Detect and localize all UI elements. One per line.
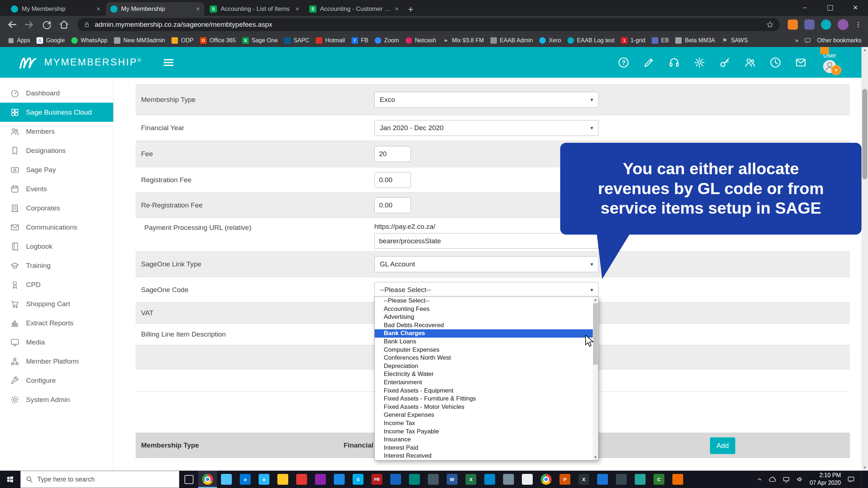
bookmark-item-sapc[interactable]: SAPC xyxy=(281,35,313,46)
taskbar-app-ie[interactable]: e xyxy=(255,471,273,488)
hamburger-menu-icon[interactable] xyxy=(162,56,175,69)
add-button[interactable]: Add xyxy=(710,437,735,454)
taskbar-clock[interactable]: 2:10 PM 07 Apr 2020 xyxy=(810,472,841,487)
dropdown-option[interactable]: Accounting Fees xyxy=(375,305,593,313)
tab-close-icon[interactable]: ✕ xyxy=(196,6,200,12)
bookmark-item-office-365[interactable]: OOffice 365 xyxy=(197,35,239,46)
tab-close-icon[interactable]: ✕ xyxy=(395,6,399,12)
taskbar-app-pastel[interactable]: PB xyxy=(367,471,386,488)
dropdown-option[interactable]: Electricity & Water xyxy=(375,370,593,378)
taskbar-app-edge[interactable]: e xyxy=(236,471,255,488)
show-desktop-button[interactable] xyxy=(861,471,865,488)
bookmark-item-hotmail[interactable]: Hotmail xyxy=(312,35,348,46)
taskbar-app-mail[interactable] xyxy=(330,471,349,488)
dropdown-option[interactable]: Interest Received xyxy=(375,452,593,460)
taskbar-app-explorer[interactable] xyxy=(273,471,292,488)
bookmark-item-eaab-admin[interactable]: EAAB Admin xyxy=(487,35,536,46)
dropdown-option[interactable]: Advertising xyxy=(375,313,593,321)
bookmark-item-odp[interactable]: ODP xyxy=(168,35,197,46)
back-button[interactable] xyxy=(6,19,18,30)
tab-close-icon[interactable]: ✕ xyxy=(96,6,101,12)
action-center-icon[interactable] xyxy=(847,475,855,483)
bookmark-item-mix-93-8-fm[interactable]: ioMix 93.8 FM xyxy=(439,35,487,46)
taskbar-app-app-slate[interactable] xyxy=(424,471,443,488)
bookmark-item-saws[interactable]: ⚑SAWS xyxy=(718,35,751,46)
input-re-registration-fee[interactable] xyxy=(374,197,411,213)
sidebar-item-media[interactable]: Media xyxy=(0,333,113,352)
start-button[interactable] xyxy=(0,471,20,488)
sidebar-item-designations[interactable]: Designations xyxy=(0,141,113,160)
browser-tab[interactable]: My Membership✕ xyxy=(106,2,204,16)
browser-tab[interactable]: SAccounting - Customer Zone✕ xyxy=(305,2,403,16)
user-avatar[interactable]: ▾ xyxy=(823,60,836,73)
page-scrollbar-thumb[interactable] xyxy=(862,89,867,179)
bookmark-item-apps[interactable]: ▦Apps xyxy=(4,35,33,46)
other-bookmarks[interactable]: Other bookmarks xyxy=(817,37,861,44)
taskbar-app-app-blue[interactable] xyxy=(386,471,405,488)
extension-icon[interactable] xyxy=(804,20,814,30)
scroll-down-arrow-icon[interactable]: ▼ xyxy=(861,465,868,471)
dropdown-scroll-down-icon[interactable]: ▼ xyxy=(593,454,598,460)
browser-tab[interactable]: My Membership✕ xyxy=(7,2,105,16)
dropdown-option[interactable]: Insurance xyxy=(375,436,593,444)
dropdown-scrollbar[interactable]: ▲ ▼ xyxy=(593,297,598,460)
select-membership-type[interactable]: Exco▾ xyxy=(374,92,599,108)
extension-icon[interactable] xyxy=(788,20,798,30)
sidebar-item-corporates[interactable]: Corporates xyxy=(0,198,113,218)
dropdown-option[interactable]: Bank Loans xyxy=(375,338,593,346)
dropdown-option[interactable]: Depreciation xyxy=(375,362,593,371)
sidebar-item-dashboard[interactable]: Dashboard xyxy=(0,84,113,103)
sidebar-item-communications[interactable]: Communications xyxy=(0,218,113,237)
taskbar-app-app-red[interactable] xyxy=(292,471,311,488)
new-tab-button[interactable]: + xyxy=(408,4,413,14)
bookmark-item-beta-mm3a[interactable]: Beta MM3A xyxy=(672,35,718,46)
dropdown-option[interactable]: Conferences North West xyxy=(375,354,593,362)
dropdown-option[interactable]: Income Tax Payable xyxy=(375,428,593,436)
taskbar-app-task-view[interactable] xyxy=(179,471,198,488)
sidebar-item-member-platform[interactable]: Member Platform xyxy=(0,352,113,371)
window-maximize-button[interactable] xyxy=(817,0,843,15)
sidebar-item-sage-business-cloud[interactable]: Sage Business Cloud xyxy=(0,103,113,122)
onedrive-icon[interactable] xyxy=(769,475,776,483)
taskbar-app-snip[interactable] xyxy=(217,471,236,488)
bookmark-star-icon[interactable] xyxy=(766,21,774,29)
dropdown-option[interactable]: Interest Paid xyxy=(375,444,593,452)
taskbar-app-app-green[interactable]: C xyxy=(650,471,668,488)
mail-icon[interactable] xyxy=(795,57,807,68)
sidebar-item-system-admin[interactable]: System Admin xyxy=(0,390,113,409)
key-icon[interactable] xyxy=(719,57,731,68)
sidebar-item-members[interactable]: Members xyxy=(0,122,113,141)
taskbar-app-app-teal[interactable] xyxy=(631,471,650,488)
sidebar-item-extract-reports[interactable]: Extract Reports xyxy=(0,313,113,333)
bookmark-item-eaab-log-test[interactable]: EAAB Log test xyxy=(564,35,618,46)
select-sageone-code[interactable]: --Please Select--▾ xyxy=(374,282,599,298)
taskbar-app-app-azure[interactable] xyxy=(480,471,499,488)
scroll-up-arrow-icon[interactable]: ▲ xyxy=(861,47,868,53)
bookmark-item-google[interactable]: GGoogle xyxy=(33,35,68,46)
edit-icon[interactable] xyxy=(643,57,655,68)
bookmark-item-fb[interactable]: fFB xyxy=(348,35,371,46)
browser-menu-icon[interactable] xyxy=(854,20,862,29)
dropdown-option[interactable]: Fixed Assets - Motor Vehicles xyxy=(375,403,593,411)
dropdown-option[interactable]: Bank Charges xyxy=(375,329,593,338)
gear-icon[interactable] xyxy=(694,57,705,68)
address-bar[interactable]: admin.mymembership.co.za/sageone/membtyp… xyxy=(77,18,780,31)
taskbar-app-skype[interactable]: S xyxy=(349,471,367,488)
extension-icon[interactable] xyxy=(821,20,831,30)
input-payment-url[interactable] xyxy=(374,233,599,249)
taskbar-app-chrome[interactable] xyxy=(198,471,217,488)
sidebar-item-shopping-cart[interactable]: Shopping Cart xyxy=(0,294,113,313)
dropdown-scroll-up-icon[interactable]: ▲ xyxy=(593,297,598,303)
headset-icon[interactable] xyxy=(668,57,680,68)
sidebar-item-training[interactable]: Training xyxy=(0,256,113,275)
reload-button[interactable] xyxy=(41,19,52,30)
help-icon[interactable]: ? xyxy=(618,57,629,68)
taskbar-app-app-purple[interactable] xyxy=(311,471,330,488)
tray-expand-icon[interactable] xyxy=(756,476,763,483)
window-close-button[interactable]: ✕ xyxy=(843,0,868,15)
window-minimize-button[interactable]: – xyxy=(792,0,817,15)
profile-avatar[interactable] xyxy=(838,19,848,30)
user-menu[interactable]: User ▾ xyxy=(823,52,836,73)
url-text[interactable]: admin.mymembership.co.za/sageone/membtyp… xyxy=(95,21,272,29)
bookmark-item-sage-one[interactable]: SSage One xyxy=(239,35,281,46)
